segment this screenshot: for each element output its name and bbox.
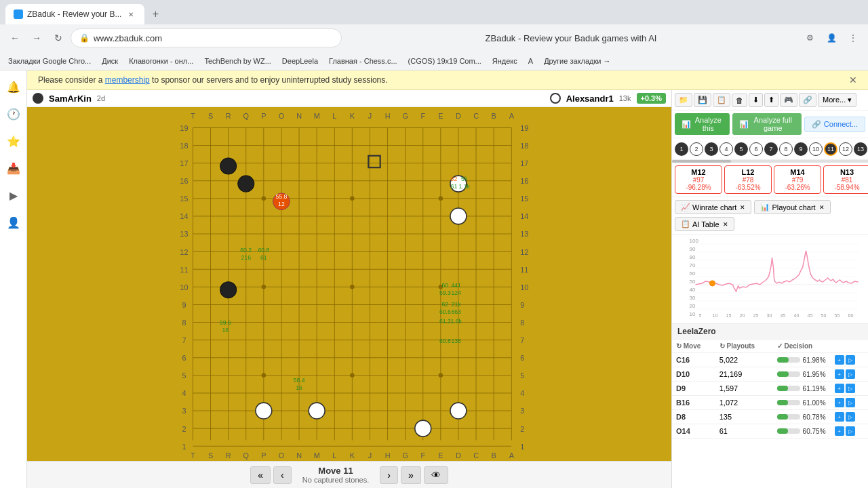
extensions-button[interactable]: ⚙: [800, 28, 819, 47]
move-seq-dot-4[interactable]: 4: [719, 142, 733, 156]
profile-button[interactable]: 👤: [822, 28, 841, 47]
winrate-chart-area: 100 90 80 70 60 50 40 30 20 10: [672, 235, 868, 324]
forward-button[interactable]: →: [27, 28, 46, 47]
svg-text:S: S: [208, 112, 213, 120]
bookmark-1[interactable]: Диск: [99, 56, 121, 66]
move-card-1[interactable]: L12 #78 -63.52%: [724, 165, 772, 194]
table-row[interactable]: D8 135 60.78% + ▷: [672, 410, 868, 424]
file-button[interactable]: 📁: [675, 93, 692, 107]
membership-link[interactable]: membership: [105, 75, 150, 85]
ai-table-tab-close[interactable]: ✕: [723, 221, 728, 228]
move-seq-dot-12[interactable]: 12: [839, 142, 852, 156]
bookmark-3[interactable]: TechBench by WZ...: [201, 56, 273, 66]
download-button[interactable]: ⬇: [749, 93, 763, 107]
add-variation-icon[interactable]: +: [835, 412, 844, 422]
col-header-decision[interactable]: ✓ Decision: [773, 340, 831, 353]
sidebar-icon-play[interactable]: ▶: [3, 184, 24, 206]
table-row[interactable]: D9 1,597 61.19% + ▷: [672, 382, 868, 396]
view-icon[interactable]: ▷: [846, 384, 855, 393]
playout-chart-tab[interactable]: 📊 Playout chart ✕: [754, 200, 830, 214]
first-move-button[interactable]: «: [250, 466, 271, 484]
view-icon[interactable]: ▷: [846, 426, 855, 436]
svg-point-182: [710, 281, 715, 286]
svg-text:B: B: [492, 451, 496, 460]
game-button[interactable]: 🎮: [780, 93, 797, 107]
move-card-0[interactable]: M12 #97 -96.28%: [675, 165, 722, 194]
reload-button[interactable]: ↻: [49, 28, 68, 47]
move-coord-cell: C16: [672, 353, 715, 367]
add-variation-icon[interactable]: +: [835, 384, 844, 393]
eye-button[interactable]: 👁: [424, 466, 448, 484]
bookmark-4[interactable]: DeepLeela: [279, 56, 321, 66]
bookmark-5[interactable]: Главная - Chess.c...: [326, 56, 400, 66]
move-seq-dot-9[interactable]: 9: [794, 142, 808, 156]
new-tab-button[interactable]: +: [147, 6, 163, 22]
bookmark-7[interactable]: Яндекс: [490, 56, 520, 66]
add-variation-icon[interactable]: +: [835, 369, 844, 379]
playout-tab-close[interactable]: ✕: [819, 204, 825, 211]
table-row[interactable]: O14 61 60.75% + ▷: [672, 424, 868, 439]
analyze-this-button[interactable]: 📊 Analyze this: [675, 113, 730, 135]
move-seq-dot-8[interactable]: 8: [779, 142, 793, 156]
prev-move-button[interactable]: ‹: [273, 466, 292, 484]
bookmark-6[interactable]: (CGOS) 19x19 Com...: [406, 56, 484, 66]
sidebar-icon-notifications[interactable]: 🔔: [3, 76, 24, 98]
move-seq-dot-2[interactable]: 2: [690, 142, 703, 156]
winrate-chart-tab[interactable]: 📈 Winrate chart ✕: [675, 200, 751, 214]
bookmark-0[interactable]: Закладки Google Chro...: [5, 56, 94, 66]
address-bar[interactable]: 🔒 www.zbaduk.com: [71, 28, 342, 47]
go-board-svg[interactable]: T S R Q P O N M L K J H G F E: [27, 107, 671, 461]
view-icon[interactable]: ▷: [846, 398, 855, 407]
ai-table-tab[interactable]: 📋 AI Table ✕: [675, 217, 734, 231]
winrate-tab-close[interactable]: ✕: [740, 204, 745, 211]
move-seq-dot-7[interactable]: 7: [764, 142, 778, 156]
move-seq-dot-13[interactable]: 13: [854, 142, 867, 156]
bookmark-9[interactable]: Другие закладки →: [541, 56, 613, 66]
table-row[interactable]: C16 5,022 61.98% + ▷: [672, 353, 868, 367]
link-button[interactable]: 🔗: [799, 93, 816, 107]
move-card-3[interactable]: N13 #81 -58.94%: [823, 165, 868, 194]
svg-text:10: 10: [713, 313, 718, 318]
svg-text:Q: Q: [243, 112, 249, 120]
sidebar-icon-favorites[interactable]: ⭐: [3, 130, 24, 152]
sidebar-icon-download[interactable]: 📥: [3, 157, 24, 179]
sidebar-icon-history[interactable]: 🕐: [3, 103, 24, 125]
delete-button[interactable]: 🗑: [732, 94, 747, 107]
upload-button[interactable]: ⬆: [764, 93, 778, 107]
view-icon[interactable]: ▷: [846, 369, 855, 379]
move-seq-dot-5[interactable]: 5: [734, 142, 748, 156]
sidebar-icon-profile[interactable]: 👤: [3, 211, 24, 233]
menu-button[interactable]: ⋮: [844, 28, 863, 47]
go-board-container[interactable]: T S R Q P O N M L K J H G F E: [27, 107, 671, 461]
view-icon[interactable]: ▷: [846, 355, 855, 365]
view-icon[interactable]: ▷: [846, 412, 855, 422]
analyze-full-button[interactable]: 📊 Analyze full game: [732, 113, 802, 135]
add-variation-icon[interactable]: +: [835, 426, 844, 436]
move-seq-dot-10[interactable]: 10: [809, 142, 823, 156]
table-row[interactable]: D10 21,169 61.95% + ▷: [672, 367, 868, 382]
copy-button[interactable]: 📋: [713, 93, 730, 107]
connect-button[interactable]: 🔗 Connect...: [804, 117, 865, 132]
tab-close-button[interactable]: ✕: [125, 9, 136, 20]
more-button[interactable]: More... ▾: [818, 93, 856, 107]
bookmark-2[interactable]: Клавогонки - онл...: [126, 56, 196, 66]
col-header-playouts[interactable]: ↻ Playouts: [715, 340, 773, 353]
move-seq-dot-1[interactable]: 1: [675, 142, 688, 156]
banner-close-button[interactable]: ✕: [849, 75, 857, 85]
move-card-2[interactable]: M14 #79 -63.26%: [774, 165, 821, 194]
svg-text:1: 1: [182, 443, 186, 451]
table-row[interactable]: B16 1,072 61.00% + ▷: [672, 396, 868, 410]
bookmark-8[interactable]: А: [526, 56, 536, 66]
add-variation-icon[interactable]: +: [835, 398, 844, 407]
move-seq-dot-3[interactable]: 3: [705, 142, 718, 156]
svg-point-39: [262, 197, 267, 201]
move-seq-dot-6[interactable]: 6: [749, 142, 763, 156]
back-button[interactable]: ←: [5, 28, 24, 47]
move-seq-dot-11[interactable]: 11: [824, 142, 837, 156]
save-button[interactable]: 💾: [694, 93, 711, 107]
active-tab[interactable]: ZBaduk - Review your B... ✕: [5, 4, 144, 24]
last-move-button[interactable]: »: [401, 466, 421, 484]
add-variation-icon[interactable]: +: [835, 355, 844, 365]
col-header-move[interactable]: ↻ Move: [672, 340, 715, 353]
next-move-button[interactable]: ›: [380, 466, 398, 484]
